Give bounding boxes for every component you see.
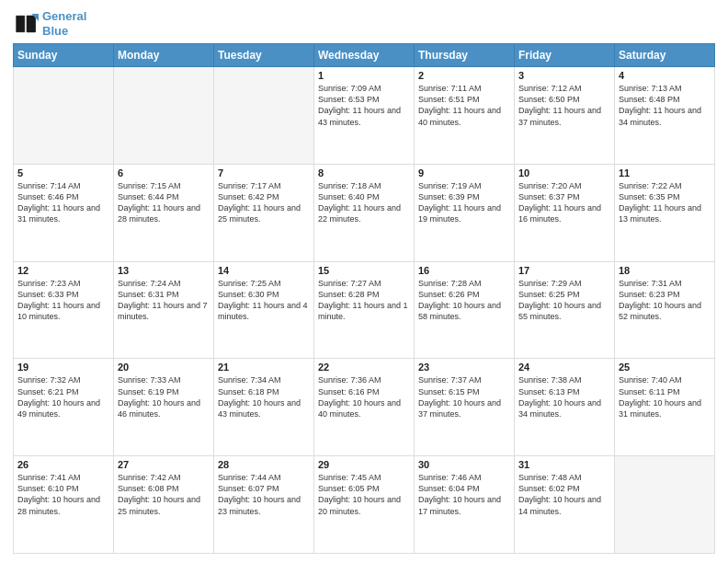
calendar-cell [615,456,715,554]
calendar-cell: 28Sunrise: 7:44 AM Sunset: 6:07 PM Dayli… [214,456,314,554]
calendar-cell: 22Sunrise: 7:36 AM Sunset: 6:16 PM Dayli… [314,359,415,456]
calendar-week-row: 26Sunrise: 7:41 AM Sunset: 6:10 PM Dayli… [14,456,715,554]
calendar-cell: 16Sunrise: 7:28 AM Sunset: 6:26 PM Dayli… [415,261,515,359]
calendar-cell [214,67,314,165]
calendar-cell: 14Sunrise: 7:25 AM Sunset: 6:30 PM Dayli… [214,261,314,359]
logo: General Blue [13,9,86,38]
day-number: 3 [518,70,610,81]
weekday-header-friday: Friday [515,44,615,67]
day-number: 27 [118,459,210,470]
calendar-week-row: 12Sunrise: 7:23 AM Sunset: 6:33 PM Dayli… [14,261,715,359]
calendar-cell: 19Sunrise: 7:32 AM Sunset: 6:21 PM Dayli… [14,359,114,456]
day-info: Sunrise: 7:25 AM Sunset: 6:30 PM Dayligh… [218,278,310,323]
calendar-cell: 29Sunrise: 7:45 AM Sunset: 6:05 PM Dayli… [314,456,415,554]
day-number: 16 [418,265,510,276]
calendar-cell: 24Sunrise: 7:38 AM Sunset: 6:13 PM Dayli… [515,359,615,456]
day-info: Sunrise: 7:41 AM Sunset: 6:10 PM Dayligh… [17,472,109,517]
weekday-header-monday: Monday [114,44,214,67]
calendar-cell: 21Sunrise: 7:34 AM Sunset: 6:18 PM Dayli… [214,359,314,456]
calendar-cell: 13Sunrise: 7:24 AM Sunset: 6:31 PM Dayli… [114,261,214,359]
calendar-cell: 9Sunrise: 7:19 AM Sunset: 6:39 PM Daylig… [415,164,515,261]
calendar-cell: 2Sunrise: 7:11 AM Sunset: 6:51 PM Daylig… [415,67,515,165]
day-info: Sunrise: 7:09 AM Sunset: 6:53 PM Dayligh… [318,83,410,128]
calendar-cell: 11Sunrise: 7:22 AM Sunset: 6:35 PM Dayli… [615,164,715,261]
weekday-header-wednesday: Wednesday [314,44,415,67]
calendar-cell [14,67,114,165]
weekday-header-thursday: Thursday [415,44,515,67]
day-number: 13 [118,265,210,276]
day-number: 4 [619,70,711,81]
calendar-cell: 6Sunrise: 7:15 AM Sunset: 6:44 PM Daylig… [114,164,214,261]
day-info: Sunrise: 7:24 AM Sunset: 6:31 PM Dayligh… [118,278,210,323]
day-info: Sunrise: 7:13 AM Sunset: 6:48 PM Dayligh… [619,83,711,128]
day-number: 10 [518,167,610,178]
calendar-cell [114,67,214,165]
weekday-header-tuesday: Tuesday [214,44,314,67]
calendar-cell: 1Sunrise: 7:09 AM Sunset: 6:53 PM Daylig… [314,67,415,165]
calendar-cell: 17Sunrise: 7:29 AM Sunset: 6:25 PM Dayli… [515,261,615,359]
day-info: Sunrise: 7:31 AM Sunset: 6:23 PM Dayligh… [619,278,711,323]
day-number: 18 [619,265,711,276]
day-number: 12 [17,265,109,276]
day-info: Sunrise: 7:22 AM Sunset: 6:35 PM Dayligh… [619,180,711,225]
day-number: 19 [17,362,109,373]
day-info: Sunrise: 7:18 AM Sunset: 6:40 PM Dayligh… [318,180,410,225]
day-info: Sunrise: 7:36 AM Sunset: 6:16 PM Dayligh… [318,374,410,419]
weekday-header-sunday: Sunday [14,44,114,67]
calendar-week-row: 1Sunrise: 7:09 AM Sunset: 6:53 PM Daylig… [14,67,715,165]
day-number: 30 [418,459,510,470]
calendar-cell: 3Sunrise: 7:12 AM Sunset: 6:50 PM Daylig… [515,67,615,165]
calendar-cell: 5Sunrise: 7:14 AM Sunset: 6:46 PM Daylig… [14,164,114,261]
calendar-cell: 23Sunrise: 7:37 AM Sunset: 6:15 PM Dayli… [415,359,515,456]
day-info: Sunrise: 7:37 AM Sunset: 6:15 PM Dayligh… [418,374,510,419]
day-number: 28 [218,459,310,470]
calendar-cell: 7Sunrise: 7:17 AM Sunset: 6:42 PM Daylig… [214,164,314,261]
day-info: Sunrise: 7:45 AM Sunset: 6:05 PM Dayligh… [318,472,410,517]
day-number: 17 [518,265,610,276]
day-info: Sunrise: 7:15 AM Sunset: 6:44 PM Dayligh… [118,180,210,225]
calendar-cell: 25Sunrise: 7:40 AM Sunset: 6:11 PM Dayli… [615,359,715,456]
day-info: Sunrise: 7:19 AM Sunset: 6:39 PM Dayligh… [418,180,510,225]
day-info: Sunrise: 7:40 AM Sunset: 6:11 PM Dayligh… [619,374,711,419]
calendar-cell: 20Sunrise: 7:33 AM Sunset: 6:19 PM Dayli… [114,359,214,456]
day-number: 23 [418,362,510,373]
calendar-cell: 26Sunrise: 7:41 AM Sunset: 6:10 PM Dayli… [14,456,114,554]
day-number: 15 [318,265,410,276]
calendar-week-row: 19Sunrise: 7:32 AM Sunset: 6:21 PM Dayli… [14,359,715,456]
day-info: Sunrise: 7:20 AM Sunset: 6:37 PM Dayligh… [518,180,610,225]
day-number: 14 [218,265,310,276]
day-number: 22 [318,362,410,373]
page: General Blue SundayMondayTuesdayWednesda… [0,0,728,563]
day-info: Sunrise: 7:44 AM Sunset: 6:07 PM Dayligh… [218,472,310,517]
day-number: 21 [218,362,310,373]
day-info: Sunrise: 7:12 AM Sunset: 6:50 PM Dayligh… [518,83,610,128]
calendar-cell: 12Sunrise: 7:23 AM Sunset: 6:33 PM Dayli… [14,261,114,359]
day-info: Sunrise: 7:38 AM Sunset: 6:13 PM Dayligh… [518,374,610,419]
day-info: Sunrise: 7:27 AM Sunset: 6:28 PM Dayligh… [318,278,410,323]
day-info: Sunrise: 7:34 AM Sunset: 6:18 PM Dayligh… [218,374,310,419]
calendar-cell: 27Sunrise: 7:42 AM Sunset: 6:08 PM Dayli… [114,456,214,554]
calendar-table: SundayMondayTuesdayWednesdayThursdayFrid… [13,43,715,554]
day-info: Sunrise: 7:42 AM Sunset: 6:08 PM Dayligh… [118,472,210,517]
weekday-header-row: SundayMondayTuesdayWednesdayThursdayFrid… [14,44,715,67]
day-info: Sunrise: 7:28 AM Sunset: 6:26 PM Dayligh… [418,278,510,323]
day-info: Sunrise: 7:11 AM Sunset: 6:51 PM Dayligh… [418,83,510,128]
day-number: 5 [17,167,109,178]
day-number: 25 [619,362,711,373]
calendar-cell: 15Sunrise: 7:27 AM Sunset: 6:28 PM Dayli… [314,261,415,359]
day-info: Sunrise: 7:33 AM Sunset: 6:19 PM Dayligh… [118,374,210,419]
day-number: 11 [619,167,711,178]
svg-rect-0 [16,15,25,32]
day-info: Sunrise: 7:48 AM Sunset: 6:02 PM Dayligh… [518,472,610,517]
day-number: 7 [218,167,310,178]
calendar-cell: 8Sunrise: 7:18 AM Sunset: 6:40 PM Daylig… [314,164,415,261]
day-info: Sunrise: 7:32 AM Sunset: 6:21 PM Dayligh… [17,374,109,419]
svg-rect-1 [27,15,36,32]
day-number: 2 [418,70,510,81]
calendar-cell: 18Sunrise: 7:31 AM Sunset: 6:23 PM Dayli… [615,261,715,359]
calendar-cell: 30Sunrise: 7:46 AM Sunset: 6:04 PM Dayli… [415,456,515,554]
day-number: 20 [118,362,210,373]
day-number: 6 [118,167,210,178]
day-number: 1 [318,70,410,81]
day-number: 9 [418,167,510,178]
